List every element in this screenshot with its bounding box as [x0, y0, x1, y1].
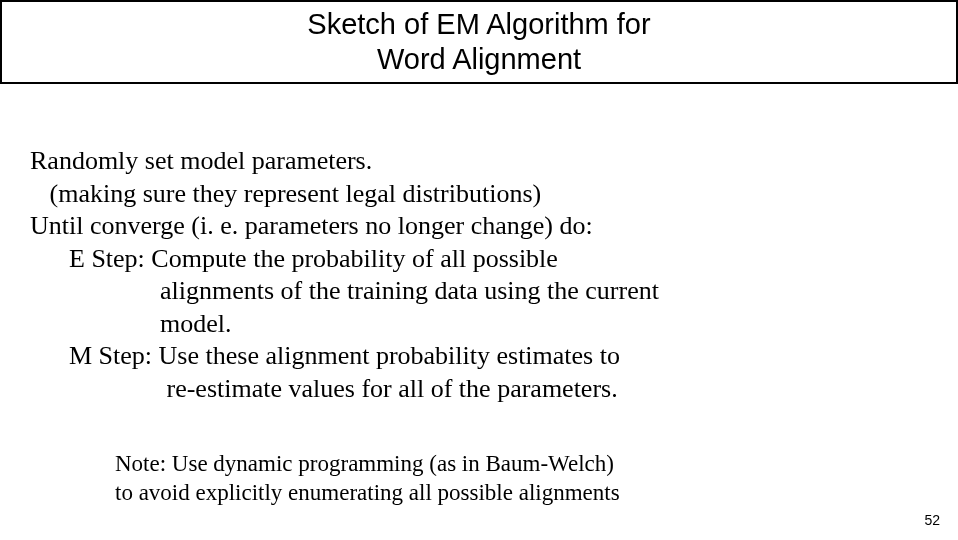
page-number: 52: [924, 512, 940, 528]
body-line: Until converge (i. e. parameters no long…: [30, 210, 930, 243]
body-line: (making sure they represent legal distri…: [30, 178, 930, 211]
slide-note: Note: Use dynamic programming (as in Bau…: [115, 450, 875, 508]
note-line: to avoid explicitly enumerating all poss…: [115, 479, 875, 508]
body-line: Randomly set model parameters.: [30, 145, 930, 178]
slide-body: Randomly set model parameters. (making s…: [30, 145, 930, 405]
slide: Sketch of EM Algorithm for Word Alignmen…: [0, 0, 958, 540]
body-line: re-estimate values for all of the parame…: [30, 373, 930, 406]
body-line: E Step: Compute the probability of all p…: [30, 243, 930, 276]
body-line: model.: [30, 308, 930, 341]
slide-title: Sketch of EM Algorithm for Word Alignmen…: [0, 0, 958, 84]
note-line: Note: Use dynamic programming (as in Bau…: [115, 450, 875, 479]
title-line-1: Sketch of EM Algorithm for: [307, 7, 650, 42]
title-line-2: Word Alignment: [307, 42, 650, 77]
body-line: M Step: Use these alignment probability …: [30, 340, 930, 373]
slide-title-text: Sketch of EM Algorithm for Word Alignmen…: [307, 7, 650, 77]
body-line: alignments of the training data using th…: [30, 275, 930, 308]
